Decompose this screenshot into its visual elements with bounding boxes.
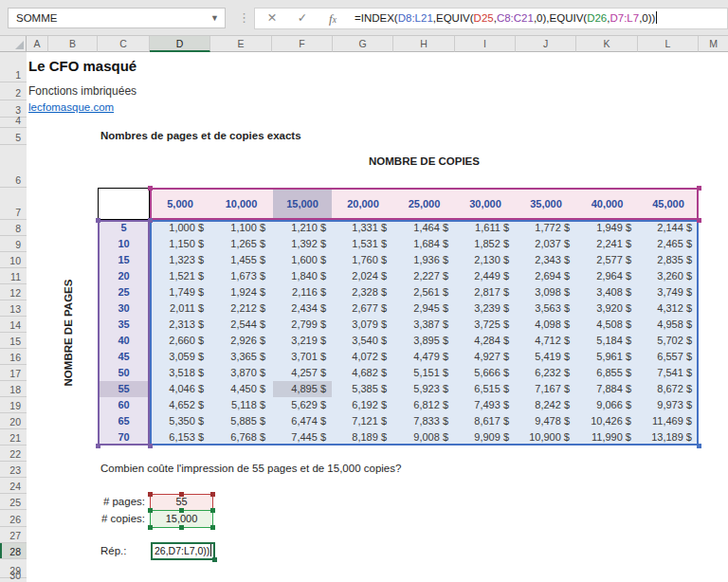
data-cell[interactable]: 2,343 $ (516, 252, 576, 268)
data-cell[interactable]: 2,694 $ (516, 268, 576, 284)
data-cell[interactable]: 1,840 $ (272, 268, 333, 284)
data-cell[interactable]: 3,701 $ (272, 349, 333, 365)
column-header-A[interactable]: A (27, 36, 48, 52)
data-cell[interactable]: 4,895 $ (272, 381, 333, 397)
data-cell[interactable]: 9,909 $ (455, 429, 516, 446)
row-header-12[interactable]: 12 (0, 284, 27, 300)
data-cell[interactable]: 3,870 $ (210, 365, 272, 381)
formula-text[interactable]: =INDEX(D8:L21,EQUIV(D25,C8:C21,0),EQUIV(… (355, 9, 657, 28)
data-cell[interactable]: 4,712 $ (516, 333, 576, 349)
data-cell[interactable]: 4,072 $ (333, 349, 393, 365)
formula-bar[interactable]: ✕ ✓ fx =INDEX(D8:L21,EQUIV(D25,C8:C21,0)… (254, 8, 728, 29)
column-header-B[interactable]: B (48, 36, 98, 52)
row-header-26[interactable]: 26 (0, 510, 27, 527)
enter-check-icon[interactable]: ✓ (291, 9, 314, 28)
row-header-28[interactable]: 28 (0, 543, 27, 559)
data-cell[interactable]: 5,923 $ (393, 381, 455, 397)
data-cell[interactable]: 3,239 $ (455, 300, 516, 317)
row-header-25[interactable]: 25 (0, 494, 27, 510)
data-cell[interactable]: 2,964 $ (576, 268, 638, 284)
data-cell[interactable]: 5,385 $ (333, 381, 393, 397)
row-header-4[interactable]: 4 (0, 118, 27, 128)
pages-header-cell[interactable]: 10 (98, 236, 150, 252)
data-cell[interactable]: 5,184 $ (576, 333, 638, 349)
select-all-corner[interactable] (0, 36, 27, 52)
range-drag-handle[interactable] (697, 186, 701, 191)
row-header-21[interactable]: 21 (0, 429, 27, 446)
data-cell[interactable]: 4,652 $ (150, 397, 210, 413)
row-header-13[interactable]: 13 (0, 300, 27, 317)
data-cell[interactable]: 2,449 $ (455, 268, 516, 284)
data-cell[interactable]: 4,312 $ (638, 300, 699, 317)
pages-header-cell[interactable]: 20 (98, 268, 150, 284)
pages-header-cell[interactable]: 40 (98, 333, 150, 349)
data-cell[interactable]: 2,926 $ (210, 333, 272, 349)
data-cell[interactable]: 1,684 $ (393, 236, 455, 252)
name-box-dropdown-icon[interactable]: ▼ (210, 9, 219, 27)
data-cell[interactable]: 2,817 $ (455, 284, 516, 300)
data-cell[interactable]: 4,450 $ (210, 381, 272, 397)
data-cell[interactable]: 7,121 $ (333, 413, 393, 429)
row-header-8[interactable]: 8 (0, 220, 27, 236)
range-drag-handle[interactable] (212, 557, 217, 562)
data-cell[interactable]: 3,365 $ (210, 349, 272, 365)
data-cell[interactable]: 1,000 $ (150, 220, 210, 236)
data-cell[interactable]: 4,479 $ (393, 349, 455, 365)
row-header-18[interactable]: 18 (0, 381, 27, 397)
data-cell[interactable]: 3,895 $ (393, 333, 455, 349)
data-cell[interactable]: 7,167 $ (516, 381, 576, 397)
copies-header-cell[interactable]: 30,000 (455, 188, 516, 220)
column-header-J[interactable]: J (516, 36, 576, 52)
data-cell[interactable]: 1,673 $ (210, 268, 272, 284)
pages-header-cell[interactable]: 25 (98, 284, 150, 300)
data-cell[interactable]: 2,577 $ (576, 252, 638, 268)
data-cell[interactable]: 1,331 $ (333, 220, 393, 236)
data-cell[interactable]: 1,150 $ (150, 236, 210, 252)
range-drag-handle[interactable] (179, 508, 184, 513)
pages-header-cell[interactable]: 30 (98, 300, 150, 317)
data-cell[interactable]: 5,629 $ (272, 397, 333, 413)
row-header-2[interactable]: 2 (0, 82, 27, 100)
range-drag-handle[interactable] (697, 444, 701, 448)
data-cell[interactable]: 1,210 $ (272, 220, 333, 236)
data-cell[interactable]: 1,600 $ (272, 252, 333, 268)
data-cell[interactable]: 10,426 $ (576, 413, 638, 429)
data-cell[interactable]: 8,672 $ (638, 381, 699, 397)
data-cell[interactable]: 6,812 $ (393, 397, 455, 413)
range-drag-handle[interactable] (148, 525, 153, 530)
column-header-C[interactable]: C (98, 36, 150, 52)
data-cell[interactable]: 6,855 $ (576, 365, 638, 381)
pages-header-cell[interactable]: 70 (98, 429, 150, 446)
row-header-20[interactable]: 20 (0, 413, 27, 429)
data-cell[interactable]: 9,008 $ (393, 429, 455, 446)
data-cell[interactable]: 3,260 $ (638, 268, 699, 284)
data-cell[interactable]: 3,098 $ (516, 284, 576, 300)
data-cell[interactable]: 2,313 $ (150, 317, 210, 333)
data-cell[interactable]: 2,561 $ (393, 284, 455, 300)
data-cell[interactable]: 3,540 $ (333, 333, 393, 349)
data-cell[interactable]: 9,973 $ (638, 397, 699, 413)
data-cell[interactable]: 10,900 $ (516, 429, 576, 446)
data-cell[interactable]: 2,945 $ (393, 300, 455, 317)
row-header-1[interactable]: 1 (0, 52, 27, 82)
data-cell[interactable]: 2,130 $ (455, 252, 516, 268)
data-cell[interactable]: 8,189 $ (333, 429, 393, 446)
copies-header-cell[interactable]: 20,000 (333, 188, 393, 220)
data-cell[interactable]: 4,927 $ (455, 349, 516, 365)
data-cell[interactable]: 3,725 $ (455, 317, 516, 333)
data-cell[interactable]: 5,885 $ (210, 413, 272, 429)
row-header-19[interactable]: 19 (0, 397, 27, 413)
data-cell[interactable]: 5,961 $ (576, 349, 638, 365)
data-cell[interactable]: 3,079 $ (333, 317, 393, 333)
data-cell[interactable]: 3,749 $ (638, 284, 699, 300)
data-cell[interactable]: 4,257 $ (272, 365, 333, 381)
row-header-15[interactable]: 15 (0, 333, 27, 349)
column-header-E[interactable]: E (210, 36, 272, 52)
pages-header-cell[interactable]: 50 (98, 365, 150, 381)
data-cell[interactable]: 6,515 $ (455, 381, 516, 397)
data-cell[interactable]: 2,835 $ (638, 252, 699, 268)
data-cell[interactable]: 5,350 $ (150, 413, 210, 429)
website-link[interactable]: lecfomasque.com (28, 101, 114, 113)
data-cell[interactable]: 2,799 $ (272, 317, 333, 333)
data-cell[interactable]: 1,949 $ (576, 220, 638, 236)
